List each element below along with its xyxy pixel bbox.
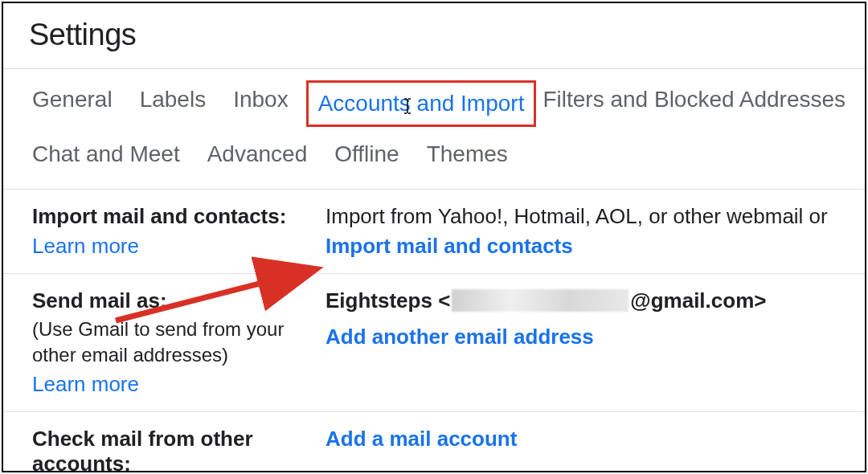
import-title: Import mail and contacts: [32,204,326,229]
tab-accounts-import[interactable]: Accounts and Import [318,84,525,123]
tab-offline[interactable]: Offline [334,135,413,174]
email-domain-part: @gmail.com> [630,288,766,313]
send-as-title: Send mail as: [32,288,326,313]
settings-tabs: General Labels Inbox Accounts and Import… [3,69,865,190]
send-as-learn-more-link[interactable]: Learn more [32,372,139,397]
tab-general[interactable]: General [32,80,127,127]
tab-advanced[interactable]: Advanced [207,135,322,174]
import-mail-contacts-link[interactable]: Import mail and contacts [326,234,573,259]
import-description: Import from Yahoo!, Hotmail, AOL, or oth… [326,204,865,229]
section-send-mail-as: Send mail as: (Use Gmail to send from yo… [3,274,865,412]
email-name-part: Eightsteps < [326,288,450,313]
settings-content: Import mail and contacts: Learn more Imp… [3,190,865,472]
highlight-annotation: Accounts and Import [306,80,537,127]
check-mail-title: Check mail from other accounts: [32,427,326,472]
section-check-mail: Check mail from other accounts: Learn mo… [3,412,865,472]
tab-labels[interactable]: Labels [140,80,221,127]
redacted-email [452,289,628,312]
section-import: Import mail and contacts: Learn more Imp… [3,190,865,274]
tab-chat-meet[interactable]: Chat and Meet [32,135,194,174]
tab-themes[interactable]: Themes [427,135,522,174]
import-learn-more-link[interactable]: Learn more [32,234,139,259]
tab-filters-blocked[interactable]: Filters and Blocked Addresses [542,80,860,127]
send-as-email: Eightsteps < @gmail.com> [326,288,865,313]
add-mail-account-link[interactable]: Add a mail account [326,427,517,452]
page-title: Settings [3,3,865,67]
send-as-subtitle: (Use Gmail to send from your other email… [32,317,326,369]
tab-inbox[interactable]: Inbox [233,80,303,127]
add-another-email-link[interactable]: Add another email address [326,325,594,349]
